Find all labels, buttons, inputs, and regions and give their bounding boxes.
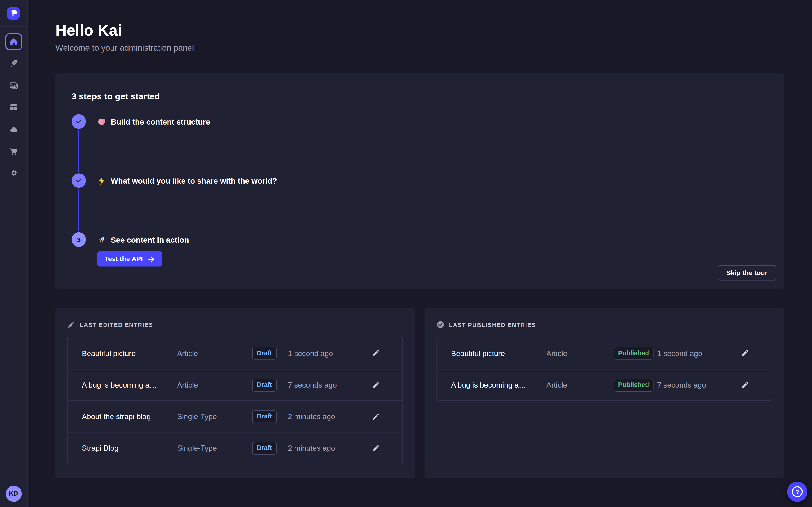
status-badge: Draft xyxy=(252,347,276,359)
entry-time: 7 seconds ago xyxy=(288,381,363,389)
entries-panels-row: LAST EDITED ENTRIES Beautiful picture Ar… xyxy=(55,308,812,478)
sidebar: KD xyxy=(0,0,28,507)
step-2-title: What would you like to share with the wo… xyxy=(97,173,769,188)
entry-time: 1 second ago xyxy=(288,349,363,357)
status-badge: Draft xyxy=(252,442,276,454)
last-published-table: Beautiful picture Article Published 1 se… xyxy=(437,337,772,401)
test-api-button[interactable]: Test the API xyxy=(97,251,162,267)
sidebar-item-settings[interactable] xyxy=(5,165,22,182)
edit-entry-button[interactable] xyxy=(369,410,382,423)
sidebar-footer: KD xyxy=(0,480,27,507)
entry-type: Article xyxy=(546,349,610,357)
images-icon xyxy=(9,81,18,90)
edit-entry-button[interactable] xyxy=(739,379,751,391)
help-button[interactable]: ? xyxy=(787,482,808,502)
onboarding-steps: Build the content structure What would y… xyxy=(71,114,768,266)
step-done-check-icon xyxy=(71,173,86,188)
layout-icon xyxy=(9,103,18,112)
rocket-emoji-icon xyxy=(97,235,106,244)
last-published-panel: LAST PUBLISHED ENTRIES Beautiful picture… xyxy=(425,308,784,478)
step-3-label: See content in action xyxy=(111,235,189,244)
feather-icon xyxy=(9,59,18,68)
edit-entry-button[interactable] xyxy=(369,347,382,359)
entry-type: Single-Type xyxy=(177,444,241,452)
onboarding-step-3: 3 xyxy=(71,232,768,267)
status-badge: Published xyxy=(613,347,654,359)
onboarding-step-1: Build the content structure xyxy=(71,114,768,173)
edit-entry-button[interactable] xyxy=(369,379,382,391)
status-badge: Draft xyxy=(252,378,276,391)
entry-time: 1 second ago xyxy=(657,349,732,357)
step-1-title: Build the content structure xyxy=(97,114,769,129)
edit-entry-button[interactable] xyxy=(739,347,751,359)
page-subtitle: Welcome to your administration panel xyxy=(55,44,812,53)
step-done-check-icon xyxy=(71,114,86,129)
last-published-header: LAST PUBLISHED ENTRIES xyxy=(437,321,772,328)
sidebar-item-content-type-builder[interactable] xyxy=(5,99,22,116)
entry-title: Strapi Blog xyxy=(82,444,177,452)
question-mark-icon: ? xyxy=(792,486,803,497)
main-content: Hello Kai Welcome to your administration… xyxy=(28,0,812,507)
entry-time: 7 seconds ago xyxy=(657,381,732,389)
entry-title: Beautiful picture xyxy=(82,349,177,357)
table-row: Beautiful picture Article Published 1 se… xyxy=(437,337,772,369)
entry-type: Article xyxy=(177,381,241,389)
pencil-icon xyxy=(372,412,379,420)
last-edited-panel: LAST EDITED ENTRIES Beautiful picture Ar… xyxy=(55,308,415,478)
step-1-label: Build the content structure xyxy=(111,117,210,126)
edit-entry-button[interactable] xyxy=(369,442,382,454)
pencil-icon xyxy=(741,381,749,389)
onboarding-card: 3 steps to get started Build the co xyxy=(55,73,785,289)
sidebar-nav xyxy=(0,27,27,182)
table-row: Strapi Blog Single-Type Draft 2 minutes … xyxy=(68,432,402,463)
sidebar-item-deploy[interactable] xyxy=(5,121,22,138)
zap-emoji-icon xyxy=(97,176,106,185)
cart-icon xyxy=(9,147,18,156)
test-api-label: Test the API xyxy=(105,255,143,263)
entry-time: 2 minutes ago xyxy=(288,444,363,452)
pencil-icon xyxy=(372,349,379,357)
table-row: Beautiful picture Article Draft 1 second… xyxy=(68,337,402,369)
pencil-icon xyxy=(67,321,75,328)
entry-type: Single-Type xyxy=(177,412,241,421)
strapi-logo-icon xyxy=(7,7,19,19)
arrow-right-icon xyxy=(148,255,155,263)
strapi-logo-button[interactable] xyxy=(7,7,19,19)
last-published-title: LAST PUBLISHED ENTRIES xyxy=(449,322,536,328)
sidebar-item-marketplace[interactable] xyxy=(5,143,22,160)
status-badge: Draft xyxy=(252,410,276,423)
pencil-icon xyxy=(372,381,379,389)
sidebar-item-home[interactable] xyxy=(5,33,22,50)
step-2-label: What would you like to share with the wo… xyxy=(111,176,277,185)
sidebar-header xyxy=(0,0,27,27)
sidebar-item-media-library[interactable] xyxy=(5,77,22,94)
onboarding-title: 3 steps to get started xyxy=(71,92,768,102)
home-icon xyxy=(9,37,18,46)
check-circle-icon xyxy=(437,321,444,328)
gear-icon xyxy=(9,169,18,178)
table-row: A bug is becoming a… Article Published 7… xyxy=(437,369,772,400)
page-title: Hello Kai xyxy=(55,23,812,38)
pencil-icon xyxy=(741,349,749,357)
brain-emoji-icon xyxy=(97,117,106,126)
entry-type: Article xyxy=(177,349,241,357)
table-row: About the strapi blog Single-Type Draft … xyxy=(68,400,402,432)
table-row: A bug is becoming a… Article Draft 7 sec… xyxy=(68,369,402,400)
onboarding-step-2: What would you like to share with the wo… xyxy=(71,173,768,232)
pencil-icon xyxy=(372,444,379,452)
skip-tour-button[interactable]: Skip the tour xyxy=(717,266,776,281)
step-3-title: See content in action xyxy=(97,232,769,247)
cloud-icon xyxy=(9,125,18,134)
sidebar-item-content-manager[interactable] xyxy=(5,55,22,72)
status-badge: Published xyxy=(613,378,654,391)
entry-type: Article xyxy=(546,381,610,389)
last-edited-header: LAST EDITED ENTRIES xyxy=(67,321,403,328)
entry-title: A bug is becoming a… xyxy=(82,381,177,389)
entry-title: Beautiful picture xyxy=(451,349,546,357)
user-avatar[interactable]: KD xyxy=(5,486,21,502)
last-edited-table: Beautiful picture Article Draft 1 second… xyxy=(67,337,403,464)
strapi-admin-app: KD Hello Kai Welcome to your administrat… xyxy=(0,0,812,507)
last-edited-title: LAST EDITED ENTRIES xyxy=(80,322,153,328)
step-3-number-badge: 3 xyxy=(71,232,86,247)
entry-time: 2 minutes ago xyxy=(288,412,363,421)
